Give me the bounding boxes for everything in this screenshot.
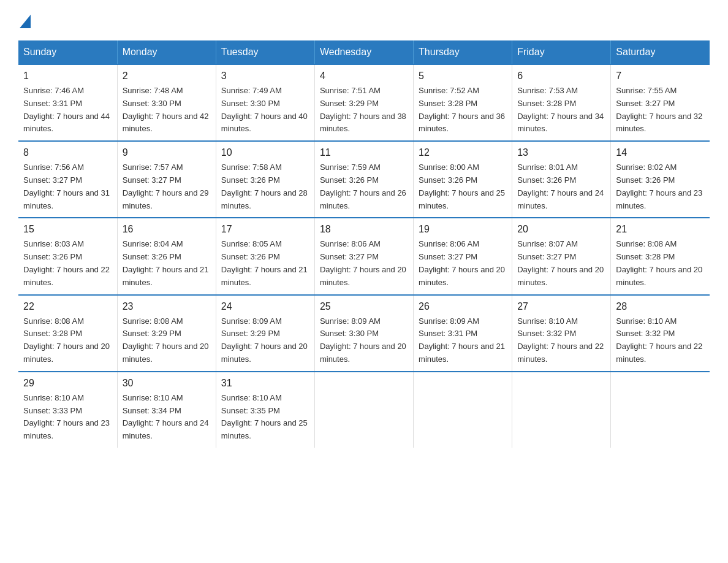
day-info: Sunrise: 7:58 AMSunset: 3:26 PMDaylight:… [221, 161, 309, 212]
day-info: Sunrise: 8:09 AMSunset: 3:31 PMDaylight:… [419, 315, 507, 366]
day-info: Sunrise: 8:05 AMSunset: 3:26 PMDaylight:… [221, 238, 309, 289]
calendar-cell: 25 Sunrise: 8:09 AMSunset: 3:30 PMDaylig… [314, 295, 413, 372]
day-number: 12 [419, 145, 507, 160]
calendar-cell: 9 Sunrise: 7:57 AMSunset: 3:27 PMDayligh… [117, 141, 216, 218]
calendar-cell: 18 Sunrise: 8:06 AMSunset: 3:27 PMDaylig… [314, 218, 413, 294]
calendar-cell: 13 Sunrise: 8:01 AMSunset: 3:26 PMDaylig… [512, 141, 611, 218]
day-number: 24 [221, 299, 309, 314]
day-number: 6 [517, 69, 605, 83]
calendar-cell: 23 Sunrise: 8:08 AMSunset: 3:29 PMDaylig… [117, 295, 216, 372]
calendar-cell: 22 Sunrise: 8:08 AMSunset: 3:28 PMDaylig… [18, 295, 117, 372]
calendar-cell [611, 372, 710, 448]
day-number: 26 [419, 299, 507, 314]
calendar-cell: 26 Sunrise: 8:09 AMSunset: 3:31 PMDaylig… [414, 295, 512, 372]
calendar-cell: 8 Sunrise: 7:56 AMSunset: 3:27 PMDayligh… [18, 141, 117, 218]
day-number: 30 [123, 376, 211, 391]
header-wednesday: Wednesday [314, 40, 413, 64]
calendar-cell: 16 Sunrise: 8:04 AMSunset: 3:26 PMDaylig… [117, 218, 216, 294]
logo-triangle-icon [20, 15, 31, 28]
calendar-cell: 1 Sunrise: 7:46 AMSunset: 3:31 PMDayligh… [18, 64, 117, 141]
day-info: Sunrise: 7:52 AMSunset: 3:28 PMDaylight:… [419, 85, 507, 136]
calendar-cell: 31 Sunrise: 8:10 AMSunset: 3:35 PMDaylig… [216, 372, 314, 448]
day-number: 4 [320, 69, 408, 83]
day-number: 14 [616, 145, 705, 160]
day-number: 28 [616, 299, 705, 314]
day-info: Sunrise: 8:04 AMSunset: 3:26 PMDaylight:… [123, 238, 211, 289]
calendar-cell [414, 372, 512, 448]
day-info: Sunrise: 7:56 AMSunset: 3:27 PMDaylight:… [23, 161, 112, 212]
day-info: Sunrise: 7:55 AMSunset: 3:27 PMDaylight:… [616, 85, 705, 136]
day-info: Sunrise: 8:10 AMSunset: 3:34 PMDaylight:… [123, 392, 211, 443]
calendar-cell: 27 Sunrise: 8:10 AMSunset: 3:32 PMDaylig… [512, 295, 611, 372]
day-info: Sunrise: 7:51 AMSunset: 3:29 PMDaylight:… [320, 85, 408, 136]
calendar-cell: 5 Sunrise: 7:52 AMSunset: 3:28 PMDayligh… [414, 64, 512, 141]
week-row-4: 22 Sunrise: 8:08 AMSunset: 3:28 PMDaylig… [18, 295, 710, 372]
calendar-cell [512, 372, 611, 448]
day-info: Sunrise: 7:53 AMSunset: 3:28 PMDaylight:… [517, 85, 605, 136]
day-number: 11 [320, 145, 408, 160]
calendar-cell [314, 372, 413, 448]
week-row-2: 8 Sunrise: 7:56 AMSunset: 3:27 PMDayligh… [18, 141, 710, 218]
day-number: 9 [123, 145, 211, 160]
header-thursday: Thursday [414, 40, 512, 64]
day-info: Sunrise: 7:57 AMSunset: 3:27 PMDaylight:… [123, 161, 211, 212]
calendar-cell: 7 Sunrise: 7:55 AMSunset: 3:27 PMDayligh… [611, 64, 710, 141]
day-info: Sunrise: 8:08 AMSunset: 3:28 PMDaylight:… [616, 238, 705, 289]
day-number: 16 [123, 222, 211, 237]
calendar-cell: 6 Sunrise: 7:53 AMSunset: 3:28 PMDayligh… [512, 64, 611, 141]
day-number: 25 [320, 299, 408, 314]
calendar-cell: 3 Sunrise: 7:49 AMSunset: 3:30 PMDayligh… [216, 64, 314, 141]
calendar-cell: 17 Sunrise: 8:05 AMSunset: 3:26 PMDaylig… [216, 218, 314, 294]
day-number: 3 [221, 69, 309, 83]
day-number: 22 [23, 299, 112, 314]
day-number: 31 [221, 376, 309, 391]
day-info: Sunrise: 7:49 AMSunset: 3:30 PMDaylight:… [221, 85, 309, 136]
day-number: 20 [517, 222, 605, 237]
calendar-cell: 14 Sunrise: 8:02 AMSunset: 3:26 PMDaylig… [611, 141, 710, 218]
calendar-cell: 21 Sunrise: 8:08 AMSunset: 3:28 PMDaylig… [611, 218, 710, 294]
header-tuesday: Tuesday [216, 40, 314, 64]
header-saturday: Saturday [611, 40, 710, 64]
day-number: 15 [23, 222, 112, 237]
day-info: Sunrise: 8:00 AMSunset: 3:26 PMDaylight:… [419, 161, 507, 212]
day-info: Sunrise: 7:46 AMSunset: 3:31 PMDaylight:… [23, 85, 112, 136]
page-header [18, 12, 710, 28]
calendar-cell: 10 Sunrise: 7:58 AMSunset: 3:26 PMDaylig… [216, 141, 314, 218]
day-info: Sunrise: 8:10 AMSunset: 3:33 PMDaylight:… [23, 392, 112, 443]
calendar-cell: 29 Sunrise: 8:10 AMSunset: 3:33 PMDaylig… [18, 372, 117, 448]
day-info: Sunrise: 8:08 AMSunset: 3:29 PMDaylight:… [123, 315, 211, 366]
day-info: Sunrise: 8:10 AMSunset: 3:32 PMDaylight:… [517, 315, 605, 366]
day-number: 10 [221, 145, 309, 160]
calendar-cell: 12 Sunrise: 8:00 AMSunset: 3:26 PMDaylig… [414, 141, 512, 218]
day-number: 19 [419, 222, 507, 237]
calendar-cell: 24 Sunrise: 8:09 AMSunset: 3:29 PMDaylig… [216, 295, 314, 372]
week-row-3: 15 Sunrise: 8:03 AMSunset: 3:26 PMDaylig… [18, 218, 710, 294]
day-number: 13 [517, 145, 605, 160]
calendar-header-row: SundayMondayTuesdayWednesdayThursdayFrid… [18, 40, 710, 64]
day-number: 1 [23, 69, 112, 83]
day-number: 21 [616, 222, 705, 237]
week-row-5: 29 Sunrise: 8:10 AMSunset: 3:33 PMDaylig… [18, 372, 710, 448]
day-info: Sunrise: 8:08 AMSunset: 3:28 PMDaylight:… [23, 315, 112, 366]
day-info: Sunrise: 8:02 AMSunset: 3:26 PMDaylight:… [616, 161, 705, 212]
day-info: Sunrise: 7:48 AMSunset: 3:30 PMDaylight:… [123, 85, 211, 136]
calendar-cell: 20 Sunrise: 8:07 AMSunset: 3:27 PMDaylig… [512, 218, 611, 294]
day-info: Sunrise: 8:09 AMSunset: 3:30 PMDaylight:… [320, 315, 408, 366]
day-number: 5 [419, 69, 507, 83]
header-monday: Monday [117, 40, 216, 64]
day-number: 17 [221, 222, 309, 237]
week-row-1: 1 Sunrise: 7:46 AMSunset: 3:31 PMDayligh… [18, 64, 710, 141]
day-number: 23 [123, 299, 211, 314]
calendar-cell: 15 Sunrise: 8:03 AMSunset: 3:26 PMDaylig… [18, 218, 117, 294]
calendar-cell: 30 Sunrise: 8:10 AMSunset: 3:34 PMDaylig… [117, 372, 216, 448]
logo [18, 12, 31, 28]
day-number: 27 [517, 299, 605, 314]
day-info: Sunrise: 8:09 AMSunset: 3:29 PMDaylight:… [221, 315, 309, 366]
day-info: Sunrise: 8:10 AMSunset: 3:35 PMDaylight:… [221, 392, 309, 443]
header-sunday: Sunday [18, 40, 117, 64]
day-info: Sunrise: 7:59 AMSunset: 3:26 PMDaylight:… [320, 161, 408, 212]
calendar-cell: 11 Sunrise: 7:59 AMSunset: 3:26 PMDaylig… [314, 141, 413, 218]
day-info: Sunrise: 8:01 AMSunset: 3:26 PMDaylight:… [517, 161, 605, 212]
day-number: 18 [320, 222, 408, 237]
day-info: Sunrise: 8:03 AMSunset: 3:26 PMDaylight:… [23, 238, 112, 289]
